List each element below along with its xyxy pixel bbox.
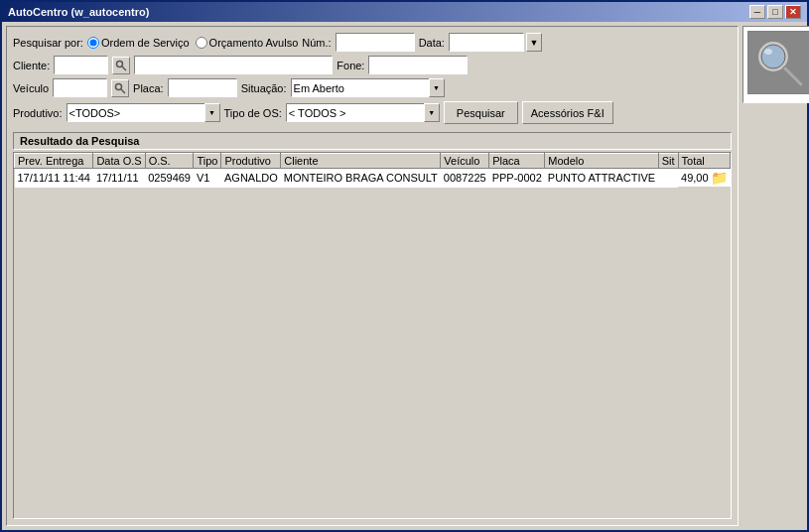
col-veiculo: Veículo	[441, 154, 489, 169]
num-input[interactable]	[336, 33, 415, 52]
col-prev-entrega: Prev. Entrega	[15, 154, 93, 169]
folder-icon[interactable]: 📁	[711, 170, 728, 186]
col-data-os: Data O.S	[93, 154, 145, 169]
cliente-code-input[interactable]	[54, 56, 108, 74]
table-cell: 49,00📁	[678, 169, 731, 188]
table-cell: MONTEIRO BRAGA CONSULT	[281, 169, 441, 189]
radio-os-option[interactable]: Ordem de Serviço	[87, 37, 190, 49]
fone-input[interactable]	[368, 56, 468, 74]
radio-orcamento-label: Orçamento Avulso	[209, 37, 299, 49]
data-label: Data:	[419, 37, 445, 49]
table-cell: 17/11/11 11:44	[15, 169, 93, 189]
col-tipo: Tipo	[194, 154, 221, 169]
table-cell: PPP-0002	[489, 169, 545, 189]
tipo-os-label: Tipo de OS:	[224, 107, 282, 119]
pesquisar-label: Pesquisar por:	[13, 37, 83, 49]
result-table-container: Prev. Entrega Data O.S O.S. Tipo Produti…	[13, 152, 732, 519]
table-cell: 0087225	[441, 169, 489, 189]
tipo-os-wrapper: < TODOS > ▼	[286, 103, 440, 122]
situacao-select[interactable]: Em Aberto	[291, 78, 445, 97]
radio-group: Ordem de Serviço Orçamento Avulso	[87, 37, 298, 49]
veiculo-label: Veículo	[13, 82, 49, 94]
result-section: Resultado da Pesquisa Prev. Entrega Data…	[13, 132, 732, 519]
veiculo-search-icon	[114, 82, 126, 94]
close-button[interactable]: ✕	[785, 5, 801, 19]
date-dropdown-btn[interactable]: ▼	[526, 33, 542, 52]
pesquisar-button[interactable]: Pesquisar	[444, 101, 518, 124]
veiculo-row: Veículo Placa: PPP-0002 Situação: Em Abe…	[13, 78, 732, 97]
title-bar-buttons: ─ □ ✕	[749, 5, 801, 19]
radio-os[interactable]	[87, 37, 99, 49]
title-bar: AutoCentro (w_autocentro) ─ □ ✕	[2, 2, 807, 22]
table-cell	[658, 169, 678, 189]
veiculo-code-input[interactable]	[53, 78, 107, 97]
veiculo-search-btn[interactable]	[111, 79, 129, 97]
produtivo-wrapper: <TODOS> ▼	[67, 103, 220, 122]
svg-point-5	[761, 45, 785, 68]
date-row: 00/00/0000 ▼	[449, 33, 542, 52]
main-panel: Pesquisar por: Ordem de Serviço Orçament…	[6, 26, 739, 526]
placa-input[interactable]: PPP-0002	[168, 78, 237, 97]
svg-line-1	[122, 66, 126, 70]
tipo-os-select[interactable]: < TODOS >	[286, 103, 440, 122]
table-header-row: Prev. Entrega Data O.S O.S. Tipo Produti…	[15, 154, 731, 169]
info-and-sidebar: Combine as opções de pesquisa e selecion…	[742, 26, 809, 214]
svg-point-2	[116, 83, 122, 89]
table-cell: AGNALDO	[221, 169, 281, 189]
minimize-button[interactable]: ─	[749, 5, 765, 19]
magnifier-image	[751, 35, 807, 90]
produtivo-row: Produtivo: <TODOS> ▼ Tipo de OS: < TODOS…	[13, 101, 732, 124]
svg-point-0	[117, 61, 123, 66]
col-placa: Placa	[489, 154, 545, 169]
cliente-search-btn[interactable]	[112, 57, 130, 74]
situacao-wrapper: Em Aberto ▼	[291, 78, 445, 97]
radio-os-label: Ordem de Serviço	[101, 37, 190, 49]
num-label: Núm.:	[302, 37, 331, 49]
right-panel: Combine as opções de pesquisa e selecion…	[742, 26, 809, 526]
table-cell: PUNTO ATTRACTIVE	[545, 169, 658, 189]
col-cliente: Cliente	[281, 154, 441, 169]
svg-line-8	[785, 68, 801, 84]
table-cell: 17/11/11	[93, 169, 145, 189]
maximize-button[interactable]: □	[767, 5, 783, 19]
situacao-label: Situação:	[241, 82, 287, 94]
info-panel: Combine as opções de pesquisa e selecion…	[742, 26, 809, 103]
col-modelo: Modelo	[545, 154, 658, 169]
cliente-row: Cliente: Fone:	[13, 56, 732, 74]
cliente-name-input[interactable]	[134, 56, 333, 74]
table-cell: 0259469	[145, 169, 194, 189]
result-header: Resultado da Pesquisa	[13, 132, 732, 150]
col-produtivo: Produtivo	[221, 154, 281, 169]
col-os: O.S.	[145, 154, 194, 169]
main-window: AutoCentro (w_autocentro) ─ □ ✕ Pesquisa…	[0, 0, 809, 532]
produtivo-select[interactable]: <TODOS>	[67, 103, 220, 122]
window-title: AutoCentro (w_autocentro)	[8, 6, 149, 18]
radio-orcamento-option[interactable]: Orçamento Avulso	[196, 37, 299, 49]
placa-label: Placa:	[133, 82, 164, 94]
acessorios-button[interactable]: Acessórios F&I	[522, 101, 613, 124]
search-icon	[115, 60, 127, 71]
table-row[interactable]: 17/11/11 11:4417/11/110259469V1AGNALDOMO…	[15, 169, 731, 189]
svg-point-6	[764, 49, 772, 55]
svg-line-3	[121, 89, 125, 93]
info-image	[747, 31, 809, 94]
produtivo-label: Produtivo:	[13, 107, 63, 119]
cliente-label: Cliente:	[13, 60, 50, 71]
col-total: Total	[678, 154, 731, 169]
window-content: Pesquisar por: Ordem de Serviço Orçament…	[2, 22, 807, 530]
table-cell: V1	[194, 169, 221, 189]
result-table: Prev. Entrega Data O.S O.S. Tipo Produti…	[14, 153, 731, 189]
search-type-row: Pesquisar por: Ordem de Serviço Orçament…	[13, 33, 732, 52]
fone-label: Fone:	[337, 60, 364, 71]
radio-orcamento[interactable]	[196, 37, 207, 49]
date-input[interactable]: 00/00/0000	[449, 33, 524, 52]
col-sit: Sit	[658, 154, 678, 169]
